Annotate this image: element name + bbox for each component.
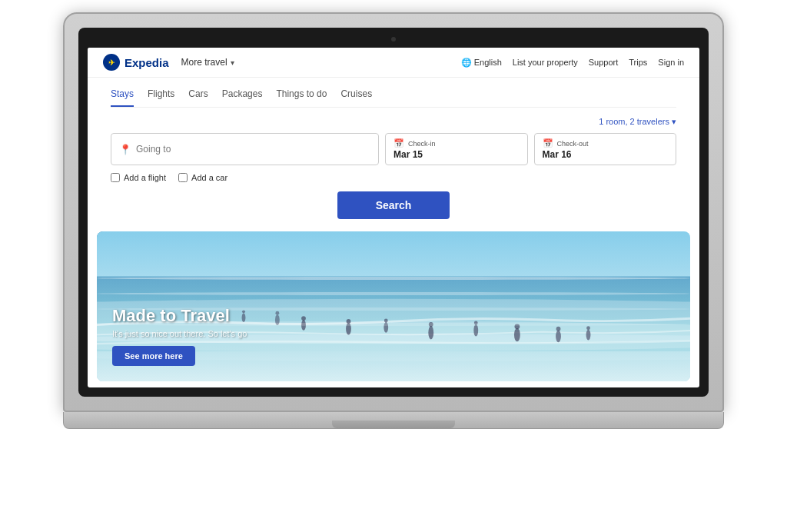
laptop-lid: ✈ Expedia More travel ▾ 🌐 English	[63, 12, 724, 412]
svg-point-9	[347, 319, 351, 324]
room-travelers-selector[interactable]: 1 room, 2 travelers ▾	[111, 117, 676, 127]
logo-text: Expedia	[125, 56, 169, 69]
add-car-label: Add a car	[191, 173, 227, 182]
laptop: ✈ Expedia More travel ▾ 🌐 English	[63, 12, 724, 520]
search-section: Stays Flights Cars Packages Things to do…	[88, 78, 699, 231]
checkin-inner: 📅 Check-in	[394, 138, 520, 148]
svg-point-12	[428, 326, 433, 340]
tab-stays[interactable]: Stays	[111, 88, 134, 107]
svg-point-16	[514, 328, 520, 342]
svg-point-14	[473, 324, 478, 337]
calendar-icon: 📅	[394, 138, 404, 148]
scene: ✈ Expedia More travel ▾ 🌐 English	[0, 0, 787, 532]
svg-point-10	[384, 322, 388, 333]
checkboxes: Add a flight Add a car	[111, 173, 676, 182]
svg-point-24	[275, 314, 280, 325]
svg-point-21	[586, 326, 590, 330]
header-right: 🌐 English List your property Support Tri…	[461, 58, 684, 68]
search-fields: 📍 📅 Check-in Mar 15	[111, 133, 676, 165]
svg-point-6	[301, 320, 306, 331]
chevron-down-icon: ▾	[231, 58, 234, 67]
add-car-input[interactable]	[178, 173, 188, 182]
tab-things-to-do[interactable]: Things to do	[276, 88, 327, 107]
screen-bezel: ✈ Expedia More travel ▾ 🌐 English	[78, 28, 709, 397]
tab-packages[interactable]: Packages	[222, 88, 263, 107]
list-property-link[interactable]: List your property	[513, 58, 578, 67]
screen: ✈ Expedia More travel ▾ 🌐 English	[88, 48, 699, 387]
svg-point-7	[301, 316, 306, 321]
globe-icon: 🌐	[461, 58, 472, 68]
checkout-inner: 📅 Check-out	[543, 138, 669, 148]
search-tabs: Stays Flights Cars Packages Things to do…	[111, 88, 676, 108]
svg-point-20	[586, 330, 591, 341]
checkin-label: Check-in	[408, 140, 436, 148]
add-flight-input[interactable]	[111, 173, 120, 182]
search-btn-container: Search	[111, 191, 676, 219]
add-flight-label: Add a flight	[124, 173, 166, 182]
more-travel-label: More travel	[181, 57, 227, 68]
tab-flights[interactable]: Flights	[148, 88, 174, 107]
support-link[interactable]: Support	[589, 58, 619, 67]
trips-link[interactable]: Trips	[629, 58, 647, 67]
svg-point-19	[556, 327, 561, 331]
tab-cars[interactable]: Cars	[188, 88, 208, 107]
add-flight-checkbox[interactable]: Add a flight	[111, 173, 166, 182]
calendar-icon: 📅	[543, 138, 553, 148]
destination-input[interactable]	[136, 144, 370, 155]
hero-title: Made to Travel	[112, 306, 247, 326]
hero-subtitle: It's just so nice out there. So let's go	[112, 329, 247, 338]
tab-cruises[interactable]: Cruises	[340, 88, 372, 107]
svg-point-11	[384, 319, 388, 323]
checkout-date: Mar 16	[543, 149, 669, 160]
hero-banner: Made to Travel It's just so nice out the…	[97, 231, 690, 381]
more-travel-button[interactable]: More travel ▾	[181, 57, 234, 68]
location-pin-icon: 📍	[119, 144, 131, 155]
expedia-logo-icon: ✈	[103, 54, 120, 71]
destination-field[interactable]: 📍	[111, 133, 379, 165]
room-travelers-label: 1 room, 2 travelers	[599, 117, 669, 126]
svg-point-18	[556, 331, 561, 343]
sign-in-link[interactable]: Sign in	[658, 58, 684, 67]
svg-point-17	[514, 324, 520, 329]
checkout-label: Check-out	[557, 140, 589, 148]
checkin-field[interactable]: 📅 Check-in Mar 15	[385, 133, 528, 165]
logo-area: ✈ Expedia More travel ▾	[103, 54, 234, 71]
svg-point-13	[429, 322, 433, 327]
language-selector[interactable]: 🌐 English	[461, 58, 502, 68]
svg-point-8	[346, 323, 351, 335]
language-label: English	[474, 58, 502, 67]
chevron-down-icon: ▾	[672, 117, 676, 126]
checkout-field[interactable]: 📅 Check-out Mar 16	[534, 133, 677, 165]
search-button[interactable]: Search	[337, 191, 450, 219]
svg-point-25	[275, 311, 279, 315]
svg-point-15	[474, 321, 478, 325]
hero-content: Made to Travel It's just so nice out the…	[112, 306, 247, 366]
laptop-base	[63, 412, 724, 429]
add-car-checkbox[interactable]: Add a car	[178, 173, 227, 182]
camera-dot	[391, 37, 396, 42]
see-more-button[interactable]: See more here	[112, 346, 195, 366]
site-header: ✈ Expedia More travel ▾ 🌐 English	[88, 48, 699, 78]
checkin-date: Mar 15	[394, 149, 520, 160]
